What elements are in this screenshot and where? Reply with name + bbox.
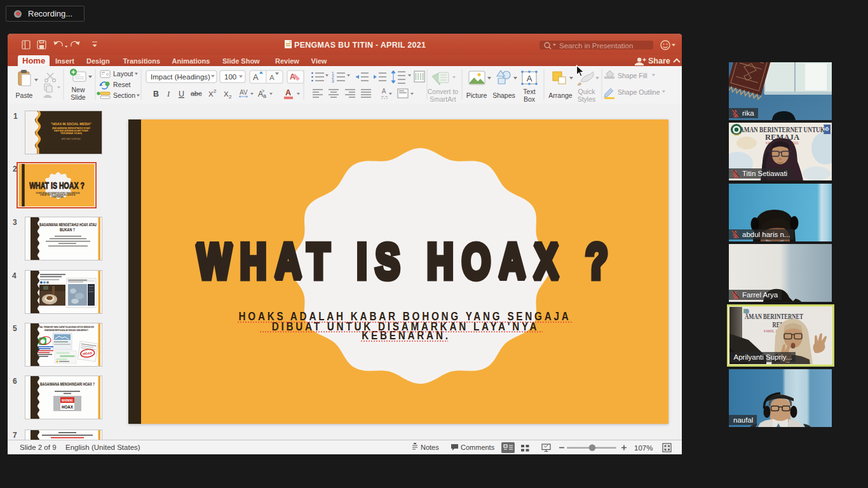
svg-text:AV: AV xyxy=(240,89,248,96)
svg-text:PENGMAS BU TITIN - APRIL 2021: PENGMAS BU TITIN - APRIL 2021 xyxy=(294,41,426,50)
svg-text:Section: Section xyxy=(113,92,135,99)
svg-text:Arrange: Arrange xyxy=(548,92,573,99)
svg-text:WHAT IS HOAX ?: WHAT IS HOAX ? xyxy=(197,234,616,290)
svg-text:B: B xyxy=(153,90,159,98)
svg-text:Styles: Styles xyxy=(578,95,596,103)
svg-text:X: X xyxy=(224,90,229,98)
svg-text:KEBENARAN BERITA ADALAH DENGAN: KEBENARAN BERITA ADALAH DENGAN CARA BERI… xyxy=(44,329,89,332)
svg-text:New: New xyxy=(71,86,85,93)
svg-text:X: X xyxy=(208,90,214,98)
svg-text:Box: Box xyxy=(524,95,536,103)
svg-text:Slide: Slide xyxy=(71,93,86,101)
svg-text:Text: Text xyxy=(523,88,535,95)
svg-text:HOAX: HOAX xyxy=(62,404,73,410)
svg-text:2: 2 xyxy=(229,94,232,100)
svg-text:2: 2 xyxy=(214,88,217,94)
svg-text:BAGAIMANA MENGHINDARI HOAX ?: BAGAIMANA MENGHINDARI HOAX ? xyxy=(40,381,95,387)
svg-text:KEBENARAN.: KEBENARAN. xyxy=(362,329,450,342)
svg-text:A: A xyxy=(382,88,386,95)
svg-text:A: A xyxy=(258,90,263,98)
svg-text:Layout: Layout xyxy=(113,70,133,78)
svg-text:"HOAX IN SOCIAL MEDIA": "HOAX IN SOCIAL MEDIA" xyxy=(51,122,92,126)
svg-text:Picture: Picture xyxy=(466,92,487,99)
svg-text:A: A xyxy=(527,74,532,83)
svg-text:Search in Presentation: Search in Presentation xyxy=(559,42,633,50)
svg-text:Convert to: Convert to xyxy=(428,88,459,95)
svg-text:BAGAIMANA MENGETAHUI HOAX ATAU: BAGAIMANA MENGETAHUI HOAX ATAU xyxy=(39,222,97,227)
svg-text:KEBENARAN.: KEBENARAN. xyxy=(51,196,64,198)
svg-text:A: A xyxy=(285,88,291,97)
svg-text:Notes: Notes xyxy=(421,444,439,451)
svg-text:Shape Outline: Shape Outline xyxy=(618,88,660,96)
svg-text:WARNING: WARNING xyxy=(62,398,73,402)
svg-text:100: 100 xyxy=(224,73,236,81)
svg-text:I: I xyxy=(166,90,170,98)
svg-text:TERJEBAK HOAX): TERJEBAK HOAX) xyxy=(60,132,83,135)
svg-text:107%: 107% xyxy=(634,444,653,452)
svg-text:BUKAN ?: BUKAN ? xyxy=(60,227,75,232)
svg-text:WHAT IS HOAX ?: WHAT IS HOAX ? xyxy=(29,180,85,191)
svg-text:A: A xyxy=(269,74,275,81)
svg-text:Shape Fill: Shape Fill xyxy=(618,72,648,79)
svg-text:APRILYANTI SUPRIYADI: APRILYANTI SUPRIYADI xyxy=(62,138,81,140)
svg-text:Impact (Headings): Impact (Headings) xyxy=(151,73,210,81)
svg-text:Paste: Paste xyxy=(16,92,33,99)
svg-text:Reset: Reset xyxy=(113,81,131,88)
svg-text:3: 3 xyxy=(332,79,334,83)
svg-text:Shapes: Shapes xyxy=(492,92,515,99)
svg-text:Share: Share xyxy=(648,57,670,65)
svg-text:A: A xyxy=(253,72,259,82)
svg-text:U: U xyxy=(179,90,184,98)
svg-text:a: a xyxy=(263,93,266,99)
svg-text:abc: abc xyxy=(191,90,202,97)
svg-text:Quick: Quick xyxy=(578,88,596,95)
svg-text:Comments: Comments xyxy=(461,444,495,451)
svg-text:SmartArt: SmartArt xyxy=(430,95,456,103)
